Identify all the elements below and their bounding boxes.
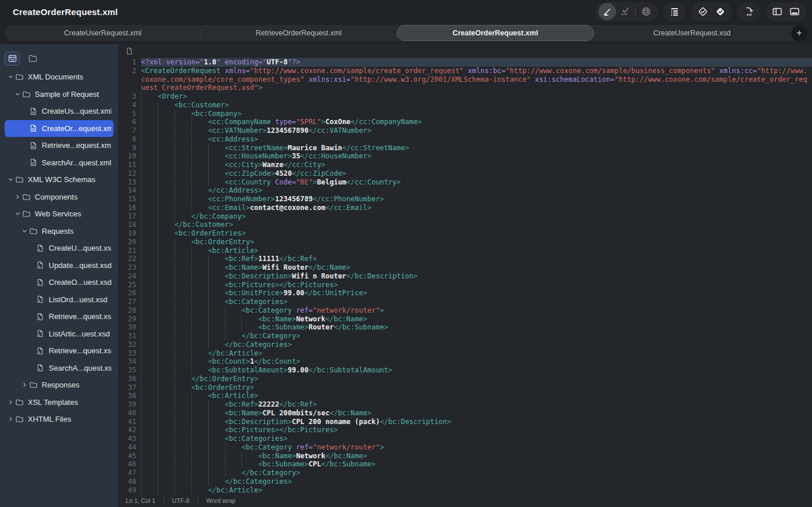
cursor-position[interactable]: Ln 1, Col 1: [126, 497, 155, 504]
code-line-content[interactable]: <bc:Pictures></bc:Pictures>: [141, 281, 812, 289]
code-line-content[interactable]: <cc:VATNumber>1234567890</cc:VATNumber>: [141, 126, 812, 135]
code-line-content[interactable]: <bc:Description>Wifi n Router</bc:Descri…: [141, 272, 812, 281]
code-line-content[interactable]: </bc:Article>: [141, 486, 812, 495]
code-line-39[interactable]: 39 <bc:Ref>22222</bc:Ref>: [119, 400, 812, 409]
folder-icon[interactable]: [25, 52, 40, 66]
code-line-content[interactable]: <bc:Categories>: [141, 434, 812, 443]
tree-item-update-quest-xsd[interactable]: Update...quest.xsd: [5, 257, 114, 274]
code-line-18[interactable]: 18 </bc:Customer>: [119, 220, 812, 229]
tab[interactable]: RetrieveOrderRequest.xml: [201, 25, 397, 41]
tree-item-retrieve-quest-xsd[interactable]: Retrieve...quest.xsd: [5, 342, 114, 360]
tree-item-xsl-templates[interactable]: XSL Templates: [5, 394, 114, 411]
code-line-27[interactable]: 27 <bc:Categories>: [119, 298, 812, 306]
code-line-content[interactable]: <bc:Description>CPL 200 noname (pack)</b…: [141, 418, 812, 426]
code-line-44[interactable]: 44 <bc:Category ref="network/router">: [119, 443, 812, 452]
code-line-9[interactable]: 9 <cc:StreetName>Maurice Bawin</cc:Stree…: [119, 144, 812, 153]
code-line-34[interactable]: 34 <bc:Count>1</bc:Count>: [119, 357, 812, 366]
tree-item-searcha-quest-xsd[interactable]: SearchA...quest.xsd: [5, 360, 114, 377]
code-line-content[interactable]: <bc:Name>Network</bc:Name>: [141, 315, 812, 324]
code-editor[interactable]: 1<?xml version="1.0" encoding="UTF-8"?>2…: [119, 58, 812, 494]
validate-diamond-filled-icon[interactable]: [712, 3, 729, 20]
tree-item-components[interactable]: Components: [5, 189, 114, 206]
code-line-24[interactable]: 24 <bc:Description>Wifi n Router</bc:Des…: [119, 272, 812, 281]
code-line-7[interactable]: 7 <cc:VATNumber>1234567890</cc:VATNumber…: [119, 126, 812, 135]
globe-icon[interactable]: [637, 3, 655, 20]
code-line-6[interactable]: 6 <cc:CompanyName type="SPRL">CoxOne</cc…: [119, 118, 812, 126]
code-line-38[interactable]: 38 <bc:Article>: [119, 392, 812, 400]
code-line-content[interactable]: <cc:HouseNumber>35</cc:HouseNumber>: [141, 152, 812, 161]
code-line-content[interactable]: <bc:OrderEntry>: [141, 238, 812, 247]
tab[interactable]: CreateUserRequest.xsd: [594, 25, 790, 41]
code-line-content[interactable]: <cc:Address>: [141, 135, 812, 144]
code-line-33[interactable]: 33 </bc:Article>: [119, 349, 812, 358]
code-line-content[interactable]: </cc:Address>: [141, 186, 812, 195]
code-line-content[interactable]: <bc:Customer>: [141, 101, 812, 110]
code-line-content[interactable]: <bc:Subname>CPL</bc:Subname>: [141, 460, 812, 469]
code-line-content[interactable]: <CreateOrderRequest xmlns="http://www.co…: [141, 67, 812, 92]
code-line-5[interactable]: 5 <bc:Company>: [119, 110, 812, 118]
code-line-11[interactable]: 11 <cc:City>Wanze</cc:City>: [119, 161, 812, 169]
code-line-content[interactable]: <bc:Count>1</bc:Count>: [141, 357, 812, 366]
code-line-36[interactable]: 36 </bc:OrderEntry>: [119, 375, 812, 383]
edit-pencil-icon[interactable]: [599, 3, 616, 20]
tree-item-xml-documents[interactable]: XML Documents: [5, 68, 114, 86]
code-line-content[interactable]: <cc:CompanyName type="SPRL">CoxOne</cc:C…: [141, 118, 812, 126]
code-line-28[interactable]: 28 <bc:Category ref="network/router">: [119, 306, 812, 315]
code-line-content[interactable]: <bc:Name>Wifi Router</bc:Name>: [141, 263, 812, 272]
tree-item-retrieve-quest-xsd[interactable]: Retrieve...quest.xsd: [5, 308, 114, 325]
code-line-content[interactable]: <Order>: [141, 92, 812, 101]
code-line-12[interactable]: 12 <cc:ZipCode>4520</cc:ZipCode>: [119, 169, 812, 178]
code-line-content[interactable]: </bc:Categories>: [141, 477, 812, 486]
code-line-21[interactable]: 21 <bc:Article>: [119, 247, 812, 255]
code-line-22[interactable]: 22 <bc:Ref>11111</bc:Ref>: [119, 255, 812, 263]
tree-item-createo-uest-xsd[interactable]: CreateO...uest.xsd: [5, 274, 114, 291]
tree-item-createor-equest-xml[interactable]: CreateOr...equest.xml: [5, 120, 114, 137]
code-line-content[interactable]: <bc:Pictures></bc:Pictures>: [141, 426, 812, 434]
xsl-transform-icon[interactable]: xsl: [740, 3, 757, 20]
code-line-4[interactable]: 4 <bc:Customer>: [119, 101, 812, 110]
word-wrap-indicator[interactable]: Word wrap: [206, 497, 236, 504]
code-line-40[interactable]: 40 <bc:Name>CPL 200mbits/sec</bc:Name>: [119, 409, 812, 418]
code-line-19[interactable]: 19 <bc:OrderEntries>: [119, 229, 812, 238]
code-line-49[interactable]: 49 </bc:Article>: [119, 486, 812, 495]
code-line-content[interactable]: <bc:SubtotalAmount>99.00</bc:SubtotalAmo…: [141, 366, 812, 375]
outline-tree-icon[interactable]: [666, 3, 683, 20]
tree-item-xml-w3c-schemas[interactable]: XML W3C Schemas: [5, 171, 114, 189]
archive-box-icon[interactable]: [5, 52, 20, 66]
code-line-content[interactable]: <bc:Category ref="network/router">: [141, 443, 812, 452]
tree-item-responses[interactable]: Responses: [5, 376, 114, 394]
code-line-13[interactable]: 13 <cc:Country Code="BE">Belgium</cc:Cou…: [119, 178, 812, 187]
code-line-content[interactable]: <bc:Article>: [141, 247, 812, 255]
panel-left-icon[interactable]: [768, 3, 786, 20]
code-line-30[interactable]: 30 <bc:Subname>Router</bc:Subname>: [119, 323, 812, 332]
code-line-15[interactable]: 15 <cc:PhoneNumber>123456789</cc:PhoneNu…: [119, 195, 812, 204]
code-line-1[interactable]: 1<?xml version="1.0" encoding="UTF-8"?>: [119, 58, 812, 67]
code-line-10[interactable]: 10 <cc:HouseNumber>35</cc:HouseNumber>: [119, 152, 812, 161]
code-line-37[interactable]: 37 <bc:OrderEntry>: [119, 383, 812, 392]
code-line-content[interactable]: <bc:Ref>11111</bc:Ref>: [141, 255, 812, 263]
code-line-48[interactable]: 48 </bc:Categories>: [119, 477, 812, 486]
code-line-42[interactable]: 42 <bc:Pictures></bc:Pictures>: [119, 426, 812, 434]
code-line-content[interactable]: <bc:OrderEntries>: [141, 229, 812, 238]
code-line-25[interactable]: 25 <bc:Pictures></bc:Pictures>: [119, 281, 812, 289]
tree-item-listartic-uest-xsd[interactable]: ListArtic...uest.xsd: [5, 325, 114, 343]
code-line-content[interactable]: </bc:Category>: [141, 332, 812, 341]
tree-item-listord-uest-xsd[interactable]: ListOrd...uest.xsd: [5, 291, 114, 309]
code-line-35[interactable]: 35 <bc:SubtotalAmount>99.00</bc:Subtotal…: [119, 366, 812, 375]
xsd-validate-icon[interactable]: xsd: [616, 3, 633, 20]
code-line-31[interactable]: 31 </bc:Category>: [119, 332, 812, 341]
code-line-45[interactable]: 45 <bc:Name>Network</bc:Name>: [119, 452, 812, 461]
tree-item-createu-quest-xsd[interactable]: CreateU...quest.xsd: [5, 240, 114, 257]
encoding-indicator[interactable]: UTF-8: [172, 497, 190, 504]
code-line-16[interactable]: 16 <cc:Email>contact@coxone.com</cc:Emai…: [119, 204, 812, 212]
code-line-14[interactable]: 14 </cc:Address>: [119, 186, 812, 195]
code-line-content[interactable]: </bc:OrderEntry>: [141, 375, 812, 383]
tree-item-web-services[interactable]: Web Services: [5, 205, 114, 223]
tree-item-xhtml-files[interactable]: XHTML Files: [5, 411, 114, 428]
add-tab-button[interactable]: +: [791, 25, 807, 41]
code-line-content[interactable]: </bc:Customer>: [141, 220, 812, 229]
code-line-3[interactable]: 3 <Order>: [119, 92, 812, 101]
code-line-content[interactable]: <bc:Company>: [141, 110, 812, 118]
panel-bottom-icon[interactable]: [786, 3, 803, 20]
code-line-content[interactable]: </bc:Company>: [141, 212, 812, 221]
